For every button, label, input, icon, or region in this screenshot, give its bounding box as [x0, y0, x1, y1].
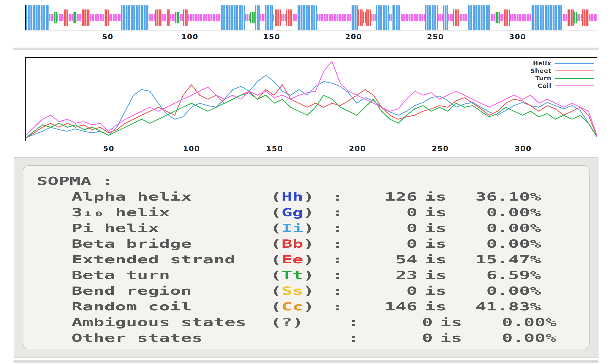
x-tick-label: 300	[509, 32, 526, 41]
profile-chart-svg	[26, 58, 597, 141]
residue-count: 54	[352, 251, 417, 267]
state-code-letters: Ss	[281, 284, 303, 297]
state-code-letters: Tt	[281, 268, 303, 282]
state-code-letters: Cc	[281, 300, 303, 313]
state-code-letters: ?	[281, 315, 292, 329]
percentage: 36.10%	[454, 189, 541, 205]
x-tick-label: 100	[181, 32, 199, 41]
legend-entry: Turn	[530, 75, 594, 82]
structure-label: Pi helix	[71, 220, 270, 236]
result-row: Bend region(Ss):0is0.00%	[37, 283, 557, 299]
state-code-letters: Gg	[281, 206, 303, 219]
x-tick-label: 50	[103, 144, 114, 153]
residue-count: 0	[352, 283, 417, 299]
x-tick-label: 200	[345, 32, 362, 41]
is-word: is	[417, 251, 454, 267]
legend-label: Sheet	[530, 67, 551, 74]
x-tick-label: 150	[263, 32, 280, 41]
result-row: Beta turn(Tt):23is6.59%	[37, 267, 557, 283]
profile-chart-x-axis: 50100150200250300	[26, 144, 598, 155]
result-row: Alpha helix(Hh):126is36.10%	[37, 189, 557, 205]
colon: :	[332, 189, 352, 205]
results-inner-panel: SOPMA : Alpha helix(Hh):126is36.10%3₁₀ h…	[23, 165, 589, 349]
x-tick-label: 100	[183, 144, 200, 153]
legend-line-sample	[555, 63, 594, 64]
percentage: 0.00%	[469, 330, 557, 346]
structure-code: (?)	[270, 314, 348, 330]
legend-label: Turn	[535, 75, 551, 82]
residue-count: 146	[352, 299, 417, 314]
structure-code: (Hh)	[270, 189, 332, 205]
percentage: 41.83%	[454, 299, 541, 314]
legend-line-sample	[555, 78, 594, 79]
structure-code: (Tt)	[270, 267, 332, 283]
x-tick-label: 250	[427, 32, 444, 41]
is-word: is	[433, 330, 469, 346]
percentage: 6.59%	[454, 267, 541, 283]
legend-line-sample	[555, 70, 594, 71]
colon: :	[348, 314, 367, 330]
sopma-results-page: 50100150200250300 HelixSheetTurnCoil 501…	[0, 0, 612, 364]
sequence-map-panel	[25, 5, 597, 30]
result-row: Random coil(Cc):146is41.83%	[37, 299, 557, 314]
structure-label: Alpha helix	[71, 189, 270, 205]
state-code-letters: Ee	[281, 253, 303, 266]
legend-entry: Coil	[530, 82, 594, 90]
percentage: 0.00%	[454, 220, 541, 236]
colon: :	[332, 251, 352, 267]
chart-legend: HelixSheetTurnCoil	[530, 60, 594, 90]
colon: :	[332, 236, 352, 251]
is-word: is	[417, 267, 454, 283]
bottom-divider	[13, 360, 599, 363]
percentage: 0.00%	[454, 236, 541, 251]
percentage: 0.00%	[469, 314, 557, 330]
residue-count: 23	[352, 267, 417, 283]
residue-count: 0	[367, 314, 433, 330]
structure-label: Extended strand	[71, 251, 270, 267]
sequence-map-svg	[26, 5, 597, 30]
structure-code: (Gg)	[270, 205, 332, 220]
residue-count: 126	[352, 189, 417, 205]
colon: :	[332, 283, 352, 299]
x-tick-label: 50	[102, 32, 113, 41]
results-text-block: SOPMA : Alpha helix(Hh):126is36.10%3₁₀ h…	[37, 173, 557, 346]
colon: :	[332, 299, 352, 314]
percentage: 15.47%	[454, 251, 541, 267]
section-divider	[13, 48, 599, 50]
result-row: Pi helix(Ii):0is0.00%	[37, 220, 557, 236]
structure-code: (Ee)	[270, 251, 332, 267]
result-row: Ambiguous states(?):0is0.00%	[37, 314, 557, 330]
results-header: SOPMA :	[37, 173, 557, 189]
results-rows: Alpha helix(Hh):126is36.10%3₁₀ helix(Gg)…	[37, 189, 557, 346]
structure-label: Beta bridge	[71, 236, 270, 251]
legend-line-sample	[555, 85, 594, 86]
is-word: is	[417, 236, 454, 251]
is-word: is	[417, 220, 454, 236]
residue-count: 0	[352, 205, 417, 220]
result-row: Other states:0is0.00%	[37, 330, 557, 346]
percentage: 0.00%	[454, 283, 541, 299]
structure-code: (Ss)	[270, 283, 332, 299]
residue-count: 0	[352, 236, 417, 251]
colon: :	[332, 267, 352, 283]
structure-code: (Ii)	[270, 220, 332, 236]
x-tick-label: 200	[349, 144, 366, 153]
residue-count: 0	[367, 330, 433, 346]
result-row: Extended strand(Ee):54is15.47%	[37, 251, 557, 267]
percentage: 0.00%	[454, 205, 541, 220]
structure-label: Beta turn	[71, 267, 270, 283]
x-tick-label: 250	[432, 144, 449, 153]
sequence-map-x-axis: 50100150200250300	[26, 32, 598, 43]
results-outer-panel: SOPMA : Alpha helix(Hh):126is36.10%3₁₀ h…	[14, 157, 599, 358]
result-row: Beta bridge(Bb):0is0.00%	[37, 236, 557, 251]
x-tick-label: 300	[515, 144, 532, 153]
state-code-letters: Bb	[281, 237, 303, 250]
structure-label: Bend region	[71, 283, 270, 299]
structure-label: 3₁₀ helix	[71, 205, 270, 220]
structure-code: (Bb)	[270, 236, 332, 251]
legend-label: Coil	[538, 82, 551, 89]
x-tick-label: 150	[266, 144, 283, 153]
colon: :	[332, 205, 352, 220]
residue-count: 0	[352, 220, 417, 236]
colon: :	[348, 330, 367, 346]
